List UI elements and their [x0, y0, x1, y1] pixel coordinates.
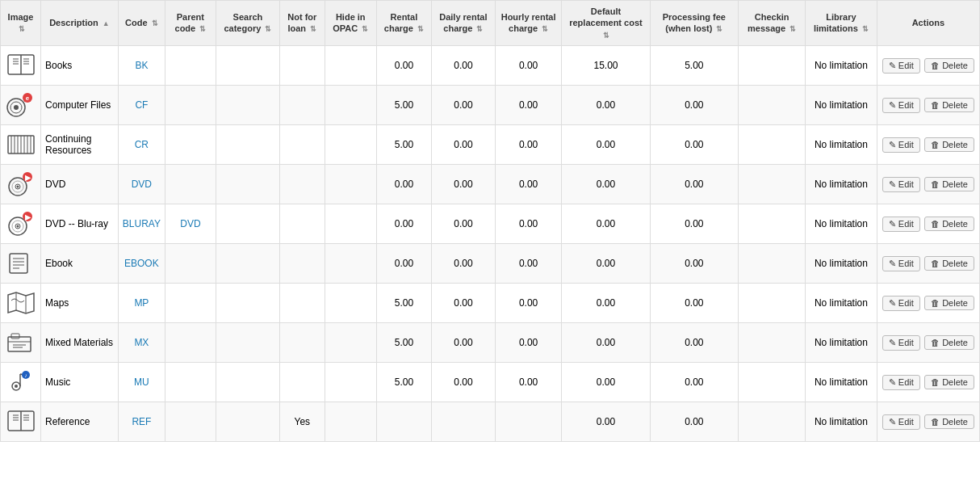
edit-button[interactable]: ✎ Edit: [882, 58, 920, 74]
edit-button[interactable]: ✎ Edit: [882, 256, 920, 271]
item-not-for-loan: [279, 46, 325, 86]
item-daily-rental-charge: 0.00: [431, 165, 495, 204]
sort-arrow-replacement-cost: ⇅: [603, 32, 609, 41]
col-image[interactable]: Image ⇅: [1, 1, 41, 46]
item-parent-code: [165, 402, 216, 442]
delete-button[interactable]: 🗑 Delete: [924, 58, 974, 73]
item-description: Reference: [41, 402, 119, 442]
item-code-link[interactable]: MP: [134, 297, 149, 309]
item-parent-code: DVD: [165, 204, 216, 244]
item-type-icon-music: ♪: [6, 368, 36, 397]
item-hourly-rental-charge: 0.00: [495, 204, 562, 244]
item-code: BLURAY: [118, 204, 165, 244]
item-hide-in-opac: [325, 204, 376, 244]
col-checkin-message[interactable]: Checkin message ⇅: [739, 1, 806, 46]
item-rental-charge: 5.00: [376, 125, 431, 165]
col-hide-in-opac[interactable]: Hide in OPAC ⇅: [325, 1, 376, 46]
item-default-replacement-cost: 0.00: [562, 244, 650, 284]
item-search-category: [216, 363, 279, 402]
item-code-link[interactable]: EBOOK: [124, 258, 159, 269]
delete-button[interactable]: 🗑 Delete: [924, 217, 974, 231]
item-default-replacement-cost: 0.00: [562, 363, 650, 402]
item-hide-in-opac: [325, 165, 376, 204]
item-icon-cell: [1, 323, 41, 363]
col-hourly-rental-charge[interactable]: Hourly rental charge ⇅: [495, 1, 562, 46]
item-code-link[interactable]: MX: [134, 337, 149, 348]
delete-button[interactable]: 🗑 Delete: [924, 296, 974, 310]
delete-button[interactable]: 🗑 Delete: [924, 335, 974, 350]
item-default-replacement-cost: 0.00: [562, 86, 650, 125]
edit-button[interactable]: ✎ Edit: [882, 177, 920, 192]
edit-button[interactable]: ✎ Edit: [882, 335, 920, 351]
item-code-link[interactable]: MU: [134, 376, 149, 388]
edit-button[interactable]: ✎ Edit: [882, 414, 920, 430]
col-code[interactable]: Code ⇅: [118, 1, 165, 46]
col-search-category[interactable]: Search category ⇅: [216, 1, 279, 46]
item-description: DVD -- Blu-ray: [41, 204, 119, 244]
item-daily-rental-charge: 0.00: [431, 323, 495, 363]
col-processing-fee[interactable]: Processing fee (when lost) ⇅: [650, 1, 739, 46]
edit-button[interactable]: ✎ Edit: [882, 98, 920, 113]
item-actions-cell: ✎ Edit 🗑 Delete: [877, 402, 979, 442]
delete-button[interactable]: 🗑 Delete: [924, 137, 974, 152]
svg-rect-41: [8, 337, 31, 351]
item-not-for-loan: [279, 363, 325, 402]
item-checkin-message: [739, 402, 806, 442]
item-code: MP: [118, 284, 165, 323]
item-code-link[interactable]: CF: [135, 99, 148, 111]
item-code-link[interactable]: DVD: [132, 179, 152, 190]
parent-code-link[interactable]: DVD: [180, 218, 200, 229]
delete-button[interactable]: 🗑 Delete: [924, 375, 974, 389]
item-search-category: [216, 402, 279, 442]
col-not-for-loan[interactable]: Not for loan ⇅: [279, 1, 325, 46]
edit-button[interactable]: ✎ Edit: [882, 375, 920, 390]
item-not-for-loan: [279, 165, 325, 204]
item-code-link[interactable]: BK: [135, 60, 148, 71]
table-row: Mixed Materials MX 5.00 0.00 0.00 0.00 0…: [1, 323, 980, 363]
item-library-limitations: No limitation: [806, 363, 877, 402]
edit-button[interactable]: ✎ Edit: [882, 296, 920, 311]
svg-point-47: [15, 385, 18, 388]
item-not-for-loan: [279, 86, 325, 125]
delete-button[interactable]: 🗑 Delete: [924, 414, 974, 429]
item-code-link[interactable]: REF: [132, 416, 151, 427]
delete-button[interactable]: 🗑 Delete: [924, 256, 974, 271]
item-checkin-message: [739, 284, 806, 323]
col-daily-rental-charge[interactable]: Daily rental charge ⇅: [431, 1, 495, 46]
item-daily-rental-charge: 0.00: [431, 125, 495, 165]
col-parent-code[interactable]: Parent code ⇅: [165, 1, 216, 46]
delete-button[interactable]: 🗑 Delete: [924, 98, 974, 112]
edit-button[interactable]: ✎ Edit: [882, 137, 920, 153]
item-not-for-loan: [279, 125, 325, 165]
item-processing-fee: 0.00: [650, 323, 739, 363]
item-code-link[interactable]: BLURAY: [123, 218, 161, 229]
item-search-category: [216, 204, 279, 244]
edit-button[interactable]: ✎ Edit: [882, 217, 920, 232]
col-default-replacement-cost[interactable]: Default replacement cost ⇅: [562, 1, 650, 46]
item-hide-in-opac: [325, 46, 376, 86]
table-row: ▶ DVD DVD 0.00 0.00 0.00 0.00 0.00 No li…: [1, 165, 980, 204]
item-processing-fee: 0.00: [650, 402, 739, 442]
delete-button[interactable]: 🗑 Delete: [924, 177, 974, 191]
item-type-icon-maps: [6, 288, 36, 317]
item-search-category: [216, 125, 279, 165]
item-code-link[interactable]: CR: [135, 139, 149, 150]
item-not-for-loan: Yes: [279, 402, 325, 442]
item-library-limitations: No limitation: [806, 323, 877, 363]
item-not-for-loan: [279, 244, 325, 284]
sort-arrow-daily-rental: ⇅: [476, 25, 483, 35]
item-type-icon-reference: [6, 407, 36, 436]
col-library-limitations[interactable]: Library limitations ⇅: [806, 1, 877, 46]
col-description[interactable]: Description ▲: [41, 1, 119, 46]
item-description: Music: [41, 363, 119, 402]
item-daily-rental-charge: 0.00: [431, 363, 495, 402]
item-actions-cell: ✎ Edit 🗑 Delete: [877, 323, 979, 363]
item-description: Mixed Materials: [41, 323, 119, 363]
col-rental-charge[interactable]: Rental charge ⇅: [376, 1, 431, 46]
svg-marker-38: [8, 292, 34, 313]
item-default-replacement-cost: 0.00: [562, 402, 650, 442]
item-library-limitations: No limitation: [806, 46, 877, 86]
item-actions-cell: ✎ Edit 🗑 Delete: [877, 363, 979, 402]
item-description: Ebook: [41, 244, 119, 284]
item-hourly-rental-charge: 0.00: [495, 323, 562, 363]
